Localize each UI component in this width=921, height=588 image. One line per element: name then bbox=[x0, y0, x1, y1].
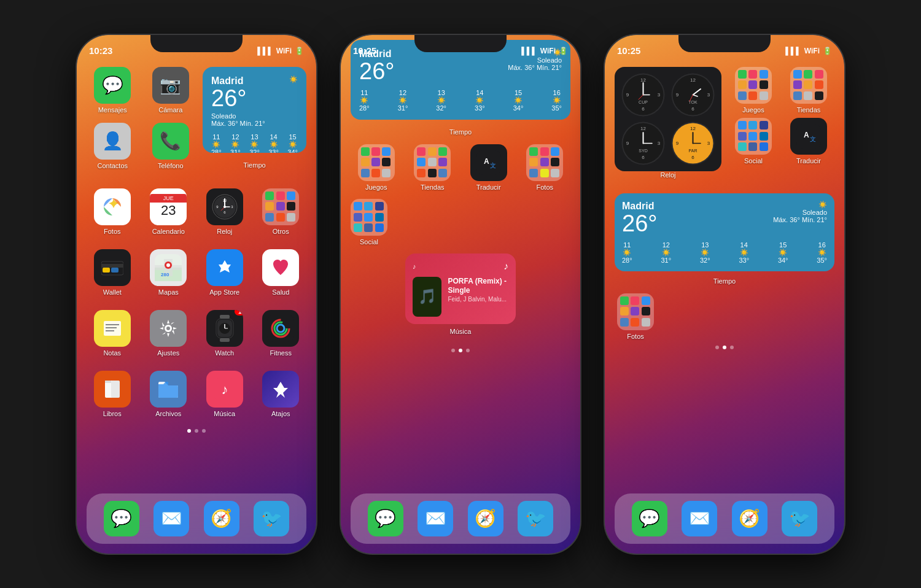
app-libros[interactable]: Libros bbox=[87, 371, 138, 418]
dock-whatsapp-2[interactable]: 💬 bbox=[368, 501, 403, 536]
phone-3-body: 10:25 ▌▌▌ WiFi 🔋 bbox=[605, 35, 844, 554]
dock-mail-3[interactable]: ✉️ bbox=[682, 501, 717, 536]
phone-2: 10:25 ▌▌▌ WiFi 🔋 Madrid 26° bbox=[341, 35, 580, 554]
app-mensajes[interactable]: 💬 Mensajes bbox=[87, 67, 139, 114]
phone-2-body: 10:25 ▌▌▌ WiFi 🔋 Madrid 26° bbox=[341, 35, 580, 554]
contactos-icon: 👤 bbox=[94, 123, 131, 160]
notch-2 bbox=[414, 35, 507, 52]
app-social-2[interactable]: Social bbox=[351, 199, 387, 246]
app-calendario[interactable]: JUE 23 Calendario bbox=[143, 188, 195, 236]
dock-twitter-3[interactable]: 🐦 bbox=[782, 501, 817, 536]
app-camara[interactable]: 📷 Cámara bbox=[145, 67, 197, 114]
app-salud[interactable]: Salud bbox=[255, 249, 307, 296]
svg-text:9: 9 bbox=[676, 92, 679, 98]
phone-1-body: 10:23 ▌▌▌ WiFi 🔋 💬 Mensajes bbox=[77, 35, 316, 554]
svg-text:12: 12 bbox=[690, 126, 696, 131]
tiendas-label: Tiendas bbox=[421, 184, 445, 191]
reloj-label-3: Reloj bbox=[615, 171, 721, 179]
clock-widget-3[interactable]: 12 6 9 3 CUP bbox=[615, 67, 721, 187]
traducir-label-3: Traducir bbox=[796, 157, 821, 165]
weather-widget-1[interactable]: Madrid 26° ☀️ Soleado Máx. 36° Mín. 21° bbox=[203, 67, 306, 177]
app-row-4: Notas Ajustes bbox=[87, 308, 306, 360]
dock-whatsapp-3[interactable]: 💬 bbox=[632, 501, 667, 536]
juegos-folder bbox=[358, 144, 395, 181]
appstore-label: App Store bbox=[209, 288, 239, 296]
app-fitness[interactable]: Fitness bbox=[255, 310, 307, 357]
app-tiendas-3[interactable]: Tiendas bbox=[783, 67, 834, 114]
app-musica[interactable]: ♪ Música bbox=[199, 371, 251, 418]
phone-2-screen: 10:25 ▌▌▌ WiFi 🔋 Madrid 26° bbox=[341, 35, 580, 554]
svg-text:SYD: SYD bbox=[639, 149, 647, 153]
tiempo-label-2: Tiempo bbox=[351, 128, 570, 136]
reloj-label-1: Reloj bbox=[217, 228, 232, 236]
fitness-icon bbox=[262, 310, 299, 347]
app-fotos-2[interactable]: Fotos bbox=[519, 144, 571, 191]
weather-forecast-1: 11☀️28° 12☀️31° 13☀️32° 14☀️33° 15☀️34° bbox=[211, 133, 298, 153]
wallet-icon bbox=[94, 249, 131, 286]
app-traducir-2[interactable]: A 文 Traducir bbox=[463, 144, 515, 191]
app-wallet[interactable]: Wallet bbox=[87, 249, 138, 296]
svg-rect-14 bbox=[111, 268, 119, 273]
notch-3 bbox=[678, 35, 771, 52]
app-appstore[interactable]: App Store bbox=[199, 249, 251, 296]
app-watch[interactable]: 1 Watch bbox=[199, 310, 251, 357]
notas-icon bbox=[94, 310, 131, 347]
dock-twitter-2[interactable]: 🐦 bbox=[518, 501, 553, 536]
reloj-icon: 12 6 9 3 bbox=[206, 188, 243, 225]
weather-desc-1: Soleado bbox=[211, 112, 298, 120]
fitness-label: Fitness bbox=[270, 349, 292, 357]
app-juegos-3[interactable]: Juegos bbox=[728, 67, 779, 114]
app-otros[interactable]: Otros bbox=[255, 188, 307, 236]
svg-text:3: 3 bbox=[658, 141, 661, 146]
dot-3-1 bbox=[715, 346, 719, 349]
libros-icon bbox=[94, 371, 131, 408]
app-mapas[interactable]: 280 Mapas bbox=[143, 249, 195, 296]
app-traducir-3[interactable]: A 文 Traducir bbox=[783, 118, 834, 165]
svg-rect-13 bbox=[103, 268, 110, 273]
svg-text:280: 280 bbox=[161, 272, 169, 277]
weather-city-1: Madrid bbox=[211, 75, 246, 87]
dock-twitter[interactable]: 🐦 bbox=[254, 501, 289, 536]
mapas-icon: 280 bbox=[150, 249, 187, 286]
app-reloj[interactable]: 12 6 9 3 Reloj bbox=[199, 188, 251, 236]
musica-widget-label: Música bbox=[351, 328, 570, 335]
app-fotos[interactable]: Fotos bbox=[87, 188, 138, 236]
dock-safari[interactable]: 🧭 bbox=[204, 501, 239, 536]
app-social-3[interactable]: Social bbox=[728, 118, 779, 165]
status-icons-3: ▌▌▌ WiFi 🔋 bbox=[785, 47, 832, 55]
weather-widget-3[interactable]: Madrid 26° ☀️ Soleado Máx. 36° Mín. 21° … bbox=[615, 193, 834, 285]
dot-3 bbox=[202, 429, 206, 433]
dock-safari-2[interactable]: 🧭 bbox=[468, 501, 503, 536]
musica-label: Música bbox=[214, 410, 235, 418]
dot-3-3 bbox=[730, 346, 734, 349]
dock-whatsapp[interactable]: 💬 bbox=[104, 501, 139, 536]
dock-safari-3[interactable]: 🧭 bbox=[732, 501, 768, 536]
wifi-icon: WiFi bbox=[276, 47, 292, 55]
svg-text:3: 3 bbox=[707, 141, 710, 146]
battery-icon: 🔋 bbox=[295, 47, 304, 55]
svg-rect-24 bbox=[106, 324, 119, 325]
phone-1-content: 💬 Mensajes 👤 Contactos 📷 Cámara bbox=[77, 62, 316, 554]
signal-icon: ▌▌▌ bbox=[257, 47, 273, 55]
archivos-icon bbox=[150, 371, 187, 408]
app-atajos[interactable]: Atajos bbox=[255, 371, 307, 418]
app-telefono[interactable]: 📞 Teléfono bbox=[145, 123, 197, 170]
app-notas[interactable]: Notas bbox=[87, 310, 138, 357]
app-archivos[interactable]: Archivos bbox=[143, 371, 195, 418]
app-ajustes[interactable]: Ajustes bbox=[143, 310, 195, 357]
calendario-icon: JUE 23 bbox=[150, 188, 187, 225]
archivos-label: Archivos bbox=[155, 410, 181, 418]
weather-temp-2: 26° bbox=[359, 60, 394, 83]
dock-mail[interactable]: ✉️ bbox=[154, 501, 189, 536]
app-contactos[interactable]: 👤 Contactos bbox=[87, 123, 139, 170]
tiempo-label-3: Tiempo bbox=[615, 277, 834, 285]
app-tiendas-2[interactable]: Tiendas bbox=[407, 144, 459, 191]
app-juegos-2[interactable]: Juegos bbox=[351, 144, 402, 191]
juegos-label: Juegos bbox=[365, 184, 387, 191]
svg-text:3: 3 bbox=[658, 92, 661, 98]
dock-mail-2[interactable]: ✉️ bbox=[418, 501, 453, 536]
music-widget[interactable]: ♪ ♪ 🎵 PORFA (Remix) - Single Feid, J Bal… bbox=[405, 253, 516, 324]
app-fotos-3[interactable]: Fotos bbox=[617, 293, 654, 341]
notch-1 bbox=[150, 35, 243, 52]
svg-text:文: 文 bbox=[490, 162, 496, 169]
